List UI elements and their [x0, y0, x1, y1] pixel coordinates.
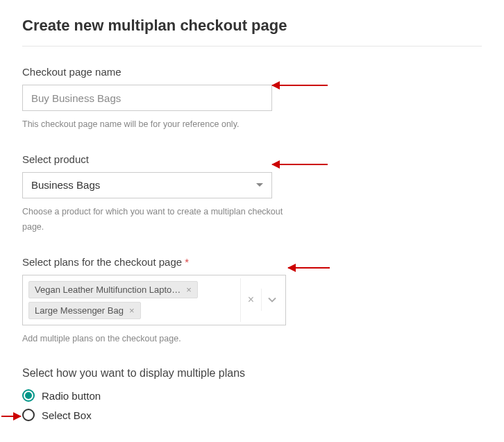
plan-tag-label: Large Messenger Bag: [35, 305, 124, 316]
product-label: Select product: [22, 153, 482, 165]
plans-multiselect[interactable]: Vegan Leather Multifunction Lapto… × Lar…: [22, 275, 286, 325]
dropdown-toggle[interactable]: [262, 297, 283, 303]
plan-tag: Vegan Leather Multifunction Lapto… ×: [28, 281, 198, 298]
checkout-name-label: Checkout page name: [22, 66, 482, 78]
chevron-down-icon: [268, 297, 276, 303]
field-checkout-name: Checkout page name This checkout page na…: [22, 66, 482, 133]
multiselect-controls: ×: [240, 278, 283, 322]
radio-option-label: Select Box: [42, 409, 92, 421]
page-title: Create new multiplan checkout page: [22, 17, 482, 35]
radio-option-radio-button[interactable]: Radio button: [22, 389, 482, 402]
radio-icon: [22, 389, 35, 402]
clear-all-icon[interactable]: ×: [241, 289, 262, 311]
required-asterisk: *: [185, 256, 189, 268]
plans-tags-area: Vegan Leather Multifunction Lapto… × Lar…: [26, 278, 240, 322]
divider: [22, 46, 482, 46]
remove-tag-icon[interactable]: ×: [186, 284, 192, 295]
checkout-name-hint: This checkout page name will be for your…: [22, 117, 300, 133]
product-select[interactable]: Business Bags: [22, 172, 272, 198]
field-select-product: Select product Business Bags Choose a pr…: [22, 153, 482, 235]
remove-tag-icon[interactable]: ×: [129, 305, 135, 316]
radio-option-label: Radio button: [42, 390, 101, 402]
field-display-mode: Select how you want to display multiple …: [22, 367, 482, 421]
plans-hint: Add multiple plans on the checkout page.: [22, 331, 300, 347]
field-select-plans: Select plans for the checkout page * Veg…: [22, 256, 482, 347]
caret-down-icon: [256, 183, 263, 187]
product-selected-value: Business Bags: [31, 179, 100, 191]
plan-tag: Large Messenger Bag ×: [28, 302, 141, 319]
checkout-name-input[interactable]: [22, 85, 272, 111]
plans-label-text: Select plans for the checkout page: [22, 256, 182, 268]
plan-tag-label: Vegan Leather Multifunction Lapto…: [35, 284, 180, 295]
plans-label: Select plans for the checkout page *: [22, 256, 482, 268]
product-hint: Choose a product for which you want to c…: [22, 204, 300, 235]
radio-icon: [22, 409, 35, 421]
radio-option-select-box[interactable]: Select Box: [22, 409, 482, 421]
display-mode-label: Select how you want to display multiple …: [22, 367, 482, 380]
